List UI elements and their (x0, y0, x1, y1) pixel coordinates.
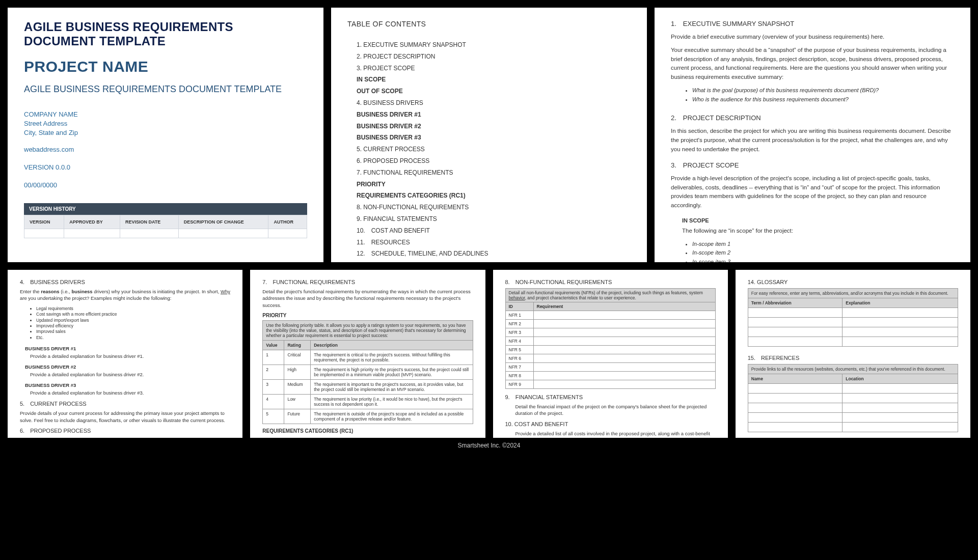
vh-col-desc: DESCRIPTION OF CHANGE (178, 215, 268, 229)
toc-item: IN SCOPE (347, 74, 631, 86)
section-14-heading: 14. GLOSSARY (748, 279, 958, 285)
bd2-text: Provide a detailed explanation for busin… (30, 372, 230, 377)
toc-item: 5. CURRENT PROCESS (347, 144, 631, 155)
street-address: Street Address (24, 119, 307, 128)
pri-col-value: Value (263, 340, 284, 350)
bd2-heading: BUSINESS DRIVER #2 (25, 364, 230, 370)
references-table: Provide links to all the resources (webs… (748, 364, 958, 432)
toc-item: 12. SCHEDULE, TIMELINE, AND DEADLINES (347, 248, 631, 260)
web-address: webaddress.com (24, 146, 307, 153)
in-scope-item: In-scope item 2 (692, 248, 954, 258)
section-2-heading: 2. PROJECT DESCRIPTION (671, 114, 954, 122)
bd-example: Improved efficiency (36, 323, 230, 329)
vh-col-author: AUTHOR (268, 215, 307, 229)
bd3-heading: BUSINESS DRIVER #3 (25, 382, 230, 388)
priority-row: 4LowThe requirement is low priority (i.e… (263, 394, 473, 409)
version-history-table: VERSION APPROVED BY REVISION DATE DESCRI… (24, 215, 307, 238)
section-9-heading: 9. FINANCIAL STATEMENTS (505, 394, 716, 400)
project-name: PROJECT NAME (24, 58, 307, 75)
priority-table: Use the following priority table. It all… (262, 320, 473, 424)
nfr-col-req: Requirement (533, 302, 715, 311)
refs-col-name: Name (748, 374, 843, 384)
section-1-heading: 1. EXECUTIVE SUMMARY SNAPSHOT (671, 20, 954, 27)
toc-item: 10. COST AND BENEFIT (347, 225, 631, 237)
nfr-row: NFR 4 (505, 337, 715, 346)
version-label: VERSION 0.0.0 (24, 163, 307, 171)
page-business-drivers: 4. BUSINESS DRIVERS Enter the reasons (i… (8, 270, 242, 438)
section-7-heading: 7. FUNCTIONAL REQUIREMENTS (262, 279, 473, 285)
nfr-row: NFR 9 (505, 380, 715, 389)
toc-item: 8. NON-FUNCTIONAL REQUIREMENTS (347, 202, 631, 213)
toc-item: REQUIREMENTS CATEGORIES (RC1) (347, 190, 631, 202)
priority-row: 5FutureThe requirement is outside of the… (263, 409, 473, 424)
bd-example: Updated import/export laws (36, 318, 230, 323)
pri-col-desc: Description (311, 340, 473, 350)
toc-item: 3. PROJECT SCOPE (347, 63, 631, 74)
toc-item: 11. RESOURCES (347, 237, 631, 248)
nfr-row: NFR 8 (505, 372, 715, 380)
in-scope-item: In-scope item 1 (692, 240, 954, 249)
nfr-row: NFR 2 (505, 320, 715, 328)
section-1-p2: Your executive summary should be a “snap… (671, 46, 954, 82)
priority-heading: PRIORITY (262, 313, 473, 318)
nfr-intro: Detail all non-functional requirements (… (505, 289, 715, 302)
company-name: COMPANY NAME (24, 110, 307, 119)
page-toc: TABLE OF CONTENTS 1. EXECUTIVE SUMMARY S… (331, 8, 647, 262)
page-nfr: 8. NON-FUNCTIONAL REQUIREMENTS Detail al… (493, 270, 728, 438)
page-cover: AGILE BUSINESS REQUIREMENTS DOCUMENT TEM… (8, 8, 323, 262)
nfr-row: NFR 5 (505, 346, 715, 354)
bd-example: Etc. (36, 335, 230, 341)
bd-example: Improved sales (36, 329, 230, 334)
refs-intro: Provide links to all the resources (webs… (748, 365, 958, 374)
in-scope-heading: IN SCOPE (682, 217, 954, 223)
doc-title: AGILE BUSINESS REQUIREMENTS DOCUMENT TEM… (24, 20, 307, 48)
bd-examples-list: Legal requirementsCost savings with a mo… (36, 306, 230, 341)
vh-col-version: VERSION (24, 215, 64, 229)
section-1-p1: Provide a brief executive summary (overv… (671, 33, 954, 42)
toc-item: 7. FUNCTIONAL REQUIREMENTS (347, 167, 631, 179)
glossary-table: For easy reference, enter any terms, abb… (748, 288, 958, 347)
date-label: 00/00/0000 (24, 181, 307, 189)
page-exec-summary: 1. EXECUTIVE SUMMARY SNAPSHOT Provide a … (655, 8, 970, 262)
in-scope-list: In-scope item 1In-scope item 2In-scope i… (692, 240, 954, 262)
toc-item: 2. PROJECT DESCRIPTION (347, 51, 631, 63)
toc-item: BUSINESS DRIVER #2 (347, 121, 631, 132)
version-history-header: VERSION HISTORY (24, 203, 307, 215)
section-2-p: In this section, describe the project fo… (671, 127, 954, 154)
section-3-p: Provide a high-level description of the … (671, 174, 954, 210)
glossary-intro: For easy reference, enter any terms, abb… (748, 289, 958, 298)
section-8-heading: 8. NON-FUNCTIONAL REQUIREMENTS (505, 279, 716, 285)
doc-subtitle: AGILE BUSINESS REQUIREMENTS DOCUMENT TEM… (24, 83, 307, 95)
in-scope-item: In-scope item 3 (692, 258, 954, 262)
city-state-zip: City, State and Zip (24, 128, 307, 137)
priority-intro: Use the following priority table. It all… (263, 320, 473, 340)
section-10-p: Provide a detailed list of all costs inv… (515, 430, 716, 438)
bd1-heading: BUSINESS DRIVER #1 (25, 346, 230, 351)
footer-copyright: Smartsheet Inc. ©2024 (8, 438, 970, 449)
page-glossary-refs: 14. GLOSSARY For easy reference, enter a… (736, 270, 970, 438)
section-10-heading: 10. COST AND BENEFIT (505, 421, 716, 427)
refs-col-loc: Location (843, 374, 958, 384)
nfr-row: NFR 7 (505, 363, 715, 372)
section-3-heading: 3. PROJECT SCOPE (671, 161, 954, 169)
toc-title: TABLE OF CONTENTS (347, 20, 631, 28)
section-1-bullet-1: What is the goal (purpose) of this busin… (692, 86, 954, 95)
gloss-col-term: Term / Abbreviation (748, 298, 843, 308)
toc-list: 1. EXECUTIVE SUMMARY SNAPSHOT2. PROJECT … (347, 39, 631, 262)
priority-row: 3MediumThe requirement is important to t… (263, 379, 473, 394)
toc-item: 6. PROPOSED PROCESS (347, 155, 631, 167)
bd-example: Legal requirements (36, 306, 230, 312)
bd3-text: Provide a detailed explanation for busin… (30, 390, 230, 396)
priority-row: 2HighThe requirement is high priority re… (263, 365, 473, 379)
priority-row: 1CriticalThe requirement is critical to … (263, 350, 473, 365)
section-15-heading: 15. REFERENCES (748, 355, 958, 361)
toc-item: 1. EXECUTIVE SUMMARY SNAPSHOT (347, 39, 631, 51)
section-4-p: Enter the reasons (i.e., business driver… (20, 288, 230, 302)
section-6-p: Provide details of the proposed process … (20, 437, 230, 438)
nfr-table: Detail all non-functional requirements (… (505, 288, 716, 389)
nfr-col-id: ID (505, 302, 533, 311)
gloss-col-explain: Explanation (843, 298, 958, 308)
bd-example: Cost savings with a more efficient pract… (36, 312, 230, 317)
section-1-bullet-2: Who is the audience for this business re… (692, 95, 954, 104)
in-scope-p: The following are “in scope” for the pro… (682, 227, 954, 236)
